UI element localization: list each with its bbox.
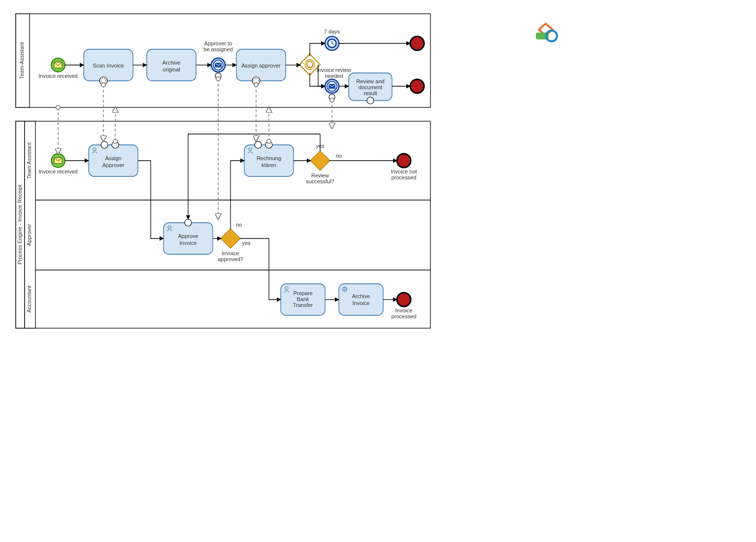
task-archive-invoice: Archive Invoice Archive Invoice: [339, 284, 383, 315]
svg-text:Archive: Archive: [163, 60, 181, 66]
svg-text:Review and: Review and: [356, 78, 384, 84]
svg-text:Invoice not: Invoice not: [391, 169, 417, 174]
end-event-bottom-1: [410, 79, 424, 93]
task-assign-approver-1: Assign approver: [236, 49, 286, 85]
svg-text:Approver: Approver: [26, 224, 32, 246]
boundary-event-scan: [99, 77, 107, 85]
svg-point-38: [329, 94, 335, 100]
svg-text:processed: processed: [392, 313, 417, 319]
svg-text:needed: needed: [325, 73, 343, 79]
boundary-event-assign: [252, 77, 260, 85]
svg-text:Invoice: Invoice: [222, 250, 239, 256]
task-prepare-bank-transfer: Prepare Bank Transfer Prepare Bank Trans…: [281, 284, 325, 315]
svg-point-76: [397, 154, 411, 168]
message-icon: [54, 158, 62, 164]
svg-point-71: [265, 141, 272, 148]
task-assign-approver-2: Assign Approver Assign Approver: [89, 141, 138, 176]
svg-text:document: document: [359, 84, 382, 90]
edge-label-no: no: [336, 153, 342, 159]
svg-text:Invoice received: Invoice received: [38, 169, 78, 174]
edge-label-no: no: [236, 222, 242, 228]
pool1-lane-label: Team-Assistant: [19, 42, 25, 79]
svg-text:Prepare: Prepare: [293, 290, 312, 296]
svg-text:Approve: Approve: [178, 233, 198, 239]
svg-text:Invoice: Invoice: [353, 300, 370, 306]
event-timer-7days: 7 days: [324, 29, 340, 50]
svg-point-101: [344, 289, 346, 290]
task-rechnung-klaeren: Rechnung klären Rechnung klären: [244, 141, 294, 176]
edge-label-yes: yes: [316, 143, 325, 149]
svg-point-19: [215, 73, 221, 79]
svg-point-22: [252, 77, 260, 85]
edge-label-yes: yes: [242, 240, 251, 246]
svg-text:Scan Invoice: Scan Invoice: [93, 63, 124, 68]
svg-point-7: [99, 77, 107, 85]
task-scan-invoice: Scan Invoice: [84, 49, 133, 85]
task-archive-original: Archive original Archive original: [147, 49, 196, 81]
svg-point-64: [112, 141, 119, 148]
message-icon: [215, 63, 222, 68]
svg-text:result: result: [364, 90, 377, 96]
svg-text:Approver to: Approver to: [204, 40, 232, 46]
task-approve-invoice: Approve Invoice Approve Invoice: [164, 219, 213, 254]
svg-point-63: [101, 141, 108, 148]
svg-text:processed: processed: [392, 174, 417, 180]
svg-text:Approver: Approver: [102, 162, 125, 168]
svg-text:Rechnung: Rechnung: [257, 155, 281, 161]
svg-text:approved?: approved?: [218, 256, 243, 262]
svg-text:Invoice: Invoice: [180, 240, 197, 246]
svg-point-70: [255, 141, 262, 148]
message-icon: [329, 84, 335, 89]
svg-text:Review: Review: [311, 172, 329, 178]
svg-text:klären: klären: [262, 162, 276, 168]
svg-text:successful?: successful?: [306, 178, 334, 184]
svg-text:Transfer: Transfer: [293, 302, 313, 308]
task-review-document-result: Review and document result Review and do…: [349, 73, 392, 104]
svg-point-85: [185, 219, 192, 226]
svg-point-44: [367, 97, 374, 104]
end-event-top: [410, 36, 424, 50]
svg-text:Archive: Archive: [352, 293, 370, 299]
svg-point-45: [410, 36, 424, 50]
svg-point-102: [397, 293, 411, 306]
svg-text:Accountant: Accountant: [26, 285, 32, 312]
svg-text:Team Assistant: Team Assistant: [26, 142, 32, 179]
svg-text:Bank: Bank: [296, 296, 309, 302]
pool2-title: Process Engine - Invoice Receipt: [17, 185, 23, 265]
svg-text:Assign approver: Assign approver: [241, 63, 281, 68]
start-label: Invoice received: [38, 73, 78, 79]
svg-text:7 days: 7 days: [324, 29, 340, 34]
svg-text:Invoice review: Invoice review: [317, 67, 351, 73]
bpmn-diagram: Team-Assistant Invoice received Scan Inv…: [0, 0, 756, 542]
svg-text:be assigned: be assigned: [203, 46, 232, 52]
svg-text:Invoice: Invoice: [395, 307, 413, 313]
camunda-logo-icon: [536, 24, 557, 41]
message-icon: [54, 62, 62, 68]
clock-icon: [329, 40, 335, 47]
svg-text:Assign: Assign: [105, 155, 121, 161]
svg-text:original: original: [163, 67, 180, 72]
svg-point-46: [410, 79, 424, 93]
